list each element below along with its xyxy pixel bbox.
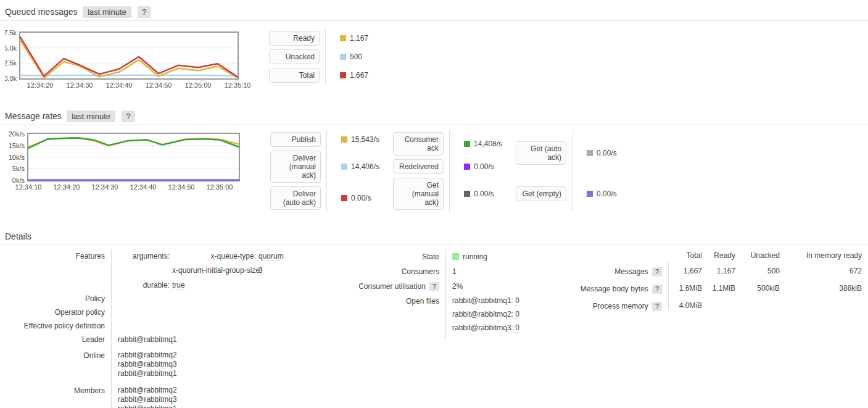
legend-value-total: 1,667 [333,71,368,80]
get-empty-value: 0.00/s [597,189,617,198]
message-rates-chart: 0k/s5k/s10k/s15k/s20k/s12:34:1012:34:201… [5,130,265,194]
node-open-files: 0 [515,310,519,319]
legend-value-deliver-auto-ack: 0.00/s [334,194,379,202]
queued-help-icon[interactable]: ? [138,6,151,18]
open-files-label: Open files [336,294,439,309]
details-header: Details [0,225,868,244]
online-label: Online [0,349,105,362]
messages-total: 1,667 [675,264,702,280]
publish-value: 15,543/s [351,135,379,144]
message-rates-legend: Publish 15,543/s Deliver (manual ack) 14… [270,130,617,210]
member-node: rabbit@rabbitmq3 [118,395,284,404]
consumer-utilisation-label: Consumer utilisation? [336,279,439,294]
argument-key: x-queue-type: [172,251,256,261]
ready-series-swatch [340,35,346,41]
rates-time-range-selector[interactable]: last minute [67,110,115,122]
process-memory-label-text: Process memory [593,302,648,310]
svg-text:12:34:10: 12:34:10 [15,183,42,191]
deliver-manual-value: 14,406/s [351,162,379,171]
consumers-label: Consumers [336,264,439,279]
message-body-bytes-help-icon[interactable]: ? [652,285,662,294]
legend-button-get-auto-ack[interactable]: Get (auto ack) [516,141,566,165]
svg-text:12:35:00: 12:35:00 [185,81,212,89]
svg-text:12:34:20: 12:34:20 [27,81,54,89]
redelivered-value: 0.00/s [474,162,494,171]
arguments-key: arguments: [118,251,170,261]
rates-legend-column-1: Publish 15,543/s Deliver (manual ack) 14… [270,132,379,210]
svg-text:2.5k: 2.5k [5,59,17,67]
process-memory-unacked [742,299,780,306]
get-auto-value: 0.00/s [597,149,617,157]
column-header-unacked: Unacked [742,249,780,264]
legend-button-publish[interactable]: Publish [270,132,321,147]
queued-time-range-selector[interactable]: last minute [83,6,131,18]
messages-label-text: Messages [614,267,648,276]
features-label: Features [0,249,105,263]
details-title: Details [5,231,31,241]
queued-messages-chart: 0.0k2.5k5.0k7.5k12:34:2012:34:3012:34:40… [5,29,264,91]
features-durable-row: durable:true [118,280,284,290]
arguments-list: x-queue-type:quorum x-quorum-initial-gro… [172,251,284,280]
effective-policy-definition-label: Effective policy definition [0,319,105,333]
svg-text:12:35:00: 12:35:00 [207,183,233,191]
rates-help-icon[interactable]: ? [122,110,134,122]
svg-text:5k/s: 5k/s [12,165,25,172]
queued-messages-title: Queued messages [5,7,78,17]
effective-policy-definition-value [118,319,284,329]
consumer-utilisation-help-icon[interactable]: ? [429,282,439,291]
details-left-block: Features arguments: x-queue-type:quorum … [0,249,284,408]
legend-button-get-empty[interactable]: Get (empty) [516,186,566,201]
legend-divider [326,130,327,212]
operator-policy-value [118,306,284,315]
legend-button-unacked[interactable]: Unacked [269,49,320,64]
vertical-divider [668,262,669,310]
rates-legend-column-3: Get (auto ack) 0.00/s Get (empty) 0.00/s [516,132,617,210]
state-value: running [452,249,519,264]
process-memory-total: 4.0MiB [675,299,702,315]
online-node: rabbit@rabbitmq1 [118,369,284,378]
online-node: rabbit@rabbitmq3 [118,360,284,369]
svg-text:10k/s: 10k/s [9,154,25,161]
legend-value-ready: 1,167 [333,34,368,43]
legend-value-deliver-manual-ack: 14,406/s [334,162,379,171]
redelivered-series-swatch [464,164,470,170]
details-section: Details Features arguments: x-queue-type… [0,225,868,408]
messages-help-icon[interactable]: ? [652,267,662,277]
svg-text:12:34:50: 12:34:50 [146,81,172,89]
legend-button-deliver-manual-ack[interactable]: Deliver (manual ack) [270,151,321,183]
message-rates-section: Message rates last minute ? 0k/s5k/s10k/… [0,104,868,210]
svg-text:7.5k: 7.5k [5,29,17,36]
legend-button-deliver-auto-ack[interactable]: Deliver (auto ack) [270,186,321,210]
member-node: rabbit@rabbitmq2 [118,386,284,395]
leader-value: rabbit@rabbitmq1 [118,333,284,349]
open-files-value: rabbit@rabbitmq1: 0 rabbit@rabbitmq2: 0 … [452,294,519,339]
state-text: running [463,252,487,261]
legend-value-get-manual-ack: 0.00/s [457,189,502,198]
legend-button-redelivered[interactable]: Redelivered [393,159,444,174]
svg-text:12:34:30: 12:34:30 [92,183,118,191]
open-files-node: rabbit@rabbitmq2: 0 [452,310,519,319]
legend-button-total[interactable]: Total [269,68,320,83]
queued-messages-legend: Ready 1,167 Unacked 500 Total 1,667 [269,31,368,83]
svg-text:12:34:20: 12:34:20 [54,183,80,191]
policy-value [118,292,284,302]
features-value: arguments: x-queue-type:quorum x-quorum-… [118,249,284,292]
svg-text:5.0k: 5.0k [5,44,17,52]
legend-value-unacked: 500 [333,52,368,61]
deliver-auto-value: 0.00/s [351,194,371,202]
messages-unacked: 500 [742,264,780,280]
body-bytes-total: 1.6MiB [675,281,702,298]
legend-button-get-manual-ack[interactable]: Get (manual ack) [393,178,444,210]
process-memory-help-icon[interactable]: ? [652,302,662,311]
body-bytes-ready: 1.1MiB [708,281,735,298]
legend-button-ready[interactable]: Ready [269,31,320,46]
durable-key: durable: [118,280,170,290]
legend-button-consumer-ack[interactable]: Consumer ack [393,132,444,156]
total-value: 1,667 [350,71,368,80]
consumer-utilisation-value: 2% [452,279,519,294]
durable-value: true [172,281,185,290]
process-memory-ready [708,299,735,306]
node-name: rabbit@rabbitmq3: [452,323,513,332]
argument-row: x-quorum-initial-group-size:3 [172,265,284,275]
online-node: rabbit@rabbitmq2 [118,351,284,360]
